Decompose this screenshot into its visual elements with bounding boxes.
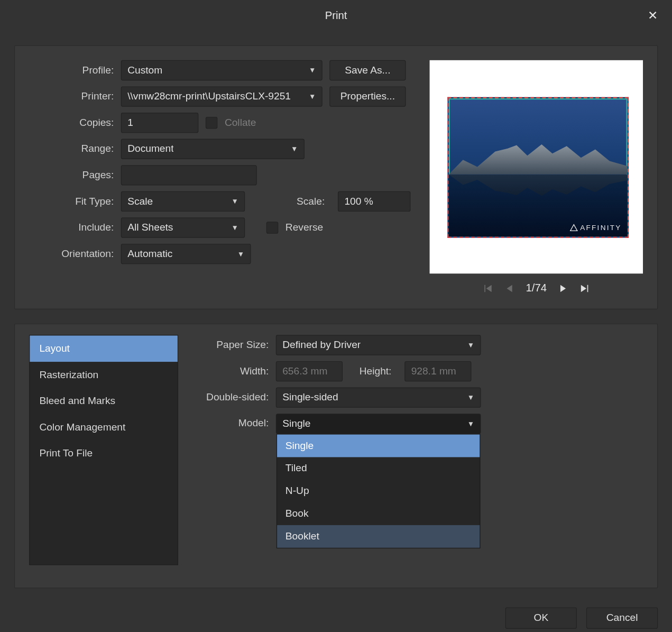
close-icon[interactable]: ✕	[642, 5, 664, 26]
preview-page: AFFINITY	[447, 97, 629, 238]
range-label: Range:	[29, 143, 121, 155]
tab-color-management[interactable]: Color Management	[30, 414, 177, 441]
tab-bleed-marks[interactable]: Bleed and Marks	[30, 388, 177, 415]
model-option-single[interactable]: Single	[277, 435, 480, 457]
orientation-dropdown[interactable]: Automatic ▼	[121, 244, 251, 264]
brand-text: AFFINITY	[580, 224, 621, 232]
chevron-down-icon: ▼	[467, 393, 474, 402]
model-option-booklet[interactable]: Booklet	[277, 525, 480, 548]
width-label: Width:	[192, 365, 276, 378]
first-page-icon[interactable]	[483, 283, 493, 294]
chevron-down-icon: ▼	[467, 341, 474, 350]
chevron-down-icon: ▼	[467, 419, 474, 428]
ok-button[interactable]: OK	[505, 607, 577, 629]
tab-layout[interactable]: Layout	[30, 336, 177, 362]
tab-rasterization[interactable]: Rasterization	[30, 362, 177, 388]
dialog-footer: OK Cancel	[0, 602, 672, 632]
collate-label: Collate	[225, 117, 256, 129]
svg-rect-1	[485, 285, 486, 292]
chevron-down-icon: ▼	[309, 93, 316, 101]
printer-value: \\vmw28cmr-print\UpstairsCLX-9251	[127, 90, 291, 103]
svg-marker-4	[560, 285, 565, 292]
page-counter: 1/74	[526, 282, 547, 295]
profile-dropdown[interactable]: Custom ▼	[121, 60, 323, 80]
preview-pager: 1/74	[430, 282, 643, 295]
model-dropdown-list: Single Tiled N-Up Book Booklet	[277, 434, 480, 548]
pages-input[interactable]	[121, 165, 257, 185]
printer-dropdown[interactable]: \\vmw28cmr-print\UpstairsCLX-9251 ▼	[121, 86, 323, 106]
chevron-down-icon: ▼	[231, 197, 238, 206]
fit-type-value: Scale	[127, 196, 153, 208]
scale-label: Scale:	[289, 196, 331, 208]
printer-label: Printer:	[29, 90, 121, 103]
save-as-button[interactable]: Save As...	[329, 60, 406, 80]
reverse-checkbox[interactable]	[266, 222, 279, 234]
double-sided-value: Single-sided	[282, 391, 338, 404]
titlebar: Print ✕	[0, 0, 672, 31]
copies-input[interactable]: 1	[121, 113, 199, 133]
scale-input[interactable]: 100 %	[338, 191, 410, 212]
profile-label: Profile:	[29, 65, 121, 77]
paper-size-label: Paper Size:	[192, 339, 276, 351]
paper-size-value: Defined by Driver	[282, 339, 361, 351]
chevron-down-icon: ▼	[237, 250, 244, 258]
brand-watermark: AFFINITY	[569, 224, 621, 232]
height-label: Height:	[350, 365, 398, 378]
last-page-icon[interactable]	[579, 283, 590, 294]
orientation-label: Orientation:	[29, 248, 121, 260]
profile-value: Custom	[127, 65, 162, 77]
svg-rect-6	[587, 285, 588, 292]
double-sided-label: Double-sided:	[192, 391, 276, 404]
svg-marker-3	[507, 285, 512, 292]
prev-page-icon[interactable]	[504, 283, 515, 294]
height-input[interactable]: 928.1 mm	[404, 361, 471, 381]
model-label: Model:	[192, 414, 276, 429]
window-title: Print	[325, 9, 347, 22]
orientation-value: Automatic	[127, 248, 172, 260]
cancel-button[interactable]: Cancel	[586, 607, 658, 629]
model-option-tiled[interactable]: Tiled	[277, 457, 480, 480]
next-page-icon[interactable]	[557, 283, 568, 294]
paper-size-dropdown[interactable]: Defined by Driver ▼	[276, 335, 481, 355]
model-option-nup[interactable]: N-Up	[277, 480, 480, 502]
chevron-down-icon: ▼	[309, 66, 316, 75]
width-input[interactable]: 656.3 mm	[276, 361, 343, 381]
collate-checkbox[interactable]	[206, 117, 218, 129]
include-dropdown[interactable]: All Sheets ▼	[121, 217, 245, 237]
model-value: Single	[282, 418, 310, 430]
model-dropdown[interactable]: Single ▼ Single Tiled N-Up Book Booklet	[276, 414, 481, 434]
settings-tabs: Layout Rasterization Bleed and Marks Col…	[29, 335, 178, 565]
svg-marker-5	[581, 285, 586, 292]
chevron-down-icon: ▼	[291, 145, 298, 153]
print-preview: AFFINITY	[430, 60, 643, 273]
svg-marker-2	[486, 285, 492, 292]
fit-type-dropdown[interactable]: Scale ▼	[121, 191, 245, 212]
chevron-down-icon: ▼	[231, 224, 238, 232]
double-sided-dropdown[interactable]: Single-sided ▼	[276, 388, 481, 408]
tab-print-to-file[interactable]: Print To File	[30, 441, 177, 467]
layout-panel: Layout Rasterization Bleed and Marks Col…	[14, 324, 658, 588]
range-value: Document	[127, 143, 173, 155]
model-option-book[interactable]: Book	[277, 502, 480, 525]
pages-label: Pages:	[29, 169, 121, 181]
reverse-label: Reverse	[286, 222, 323, 234]
fit-type-label: Fit Type:	[29, 196, 121, 208]
copies-label: Copies:	[29, 117, 121, 129]
properties-button[interactable]: Properties...	[329, 86, 406, 106]
include-value: All Sheets	[127, 222, 173, 234]
include-label: Include:	[29, 222, 121, 234]
svg-marker-0	[570, 225, 577, 231]
range-dropdown[interactable]: Document ▼	[121, 139, 305, 159]
print-settings-panel: Profile: Custom ▼ Save As... Printer: \\…	[14, 45, 658, 309]
